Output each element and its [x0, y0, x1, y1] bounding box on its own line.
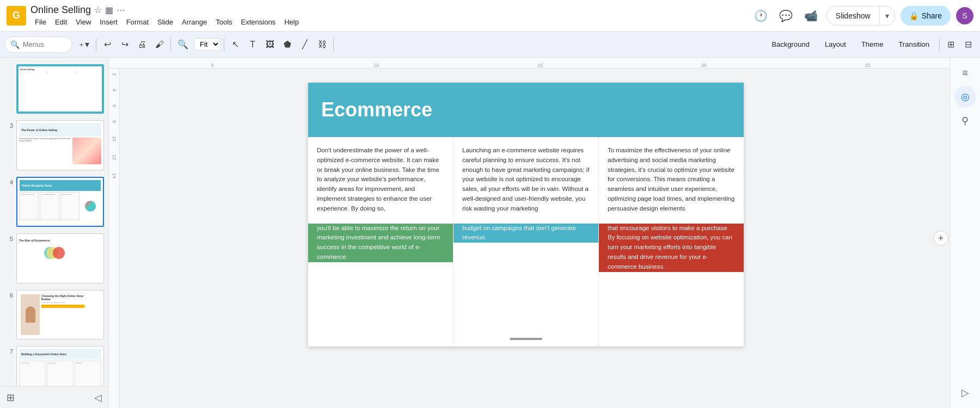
redo-button[interactable]: ↪	[117, 36, 132, 53]
separator-2	[170, 38, 171, 51]
slide-thumb-6[interactable]: 6 Choosing the Right Online Store Builde…	[0, 288, 108, 342]
share-label: Share	[922, 11, 942, 20]
slide-col-2[interactable]: Launching an e-commerce website requires…	[454, 137, 599, 347]
panel-toggle-left[interactable]: ⊞	[943, 36, 958, 53]
menu-bar: File Edit View Insert Format Slide Arran…	[30, 17, 747, 27]
slide-num-4: 4	[4, 179, 13, 186]
slide-thumbnail-6[interactable]: Choosing the Right Online Store Builder …	[16, 290, 104, 339]
avatar[interactable]: S	[956, 7, 973, 24]
toolbar: 🔍 ＋▾ ↩ ↪ 🖨 🖌 🔍 Fit ↖ T 🖼 ⬟ ╱ ⛓ Backgroun…	[0, 32, 980, 58]
slideshow-button[interactable]: Slideshow ▾	[826, 6, 895, 26]
rs-notes-button[interactable]: ≡	[954, 62, 976, 84]
slide-thumbnail-4[interactable]: Online Shopping Today Lorem ipsum dolor …	[16, 177, 104, 227]
right-sidebar: ≡ ◎ ⚲ ▷	[950, 58, 980, 408]
star-icon[interactable]: ☆	[94, 5, 102, 15]
main-area: Online Selling ● ● ● 3 The Power of Onli…	[0, 58, 980, 408]
share-button[interactable]: 🔒 Share	[901, 6, 951, 26]
slide-body: Don't underestimate the power of a well-…	[308, 137, 744, 347]
slide-thumbnail-1[interactable]: Online Selling ● ● ●	[16, 64, 104, 114]
add-slide-button[interactable]: +	[933, 231, 948, 246]
slide-thumbnail-3[interactable]: The Power of Online Selling Lorem ipsum …	[16, 120, 104, 170]
slide-panel: Online Selling ● ● ● 3 The Power of Onli…	[0, 58, 109, 408]
collapse-panel-button[interactable]: ◁	[94, 392, 102, 404]
slide-header: Ecommerce	[308, 83, 744, 137]
title-icons: ☆ ▦ ⋯	[94, 5, 125, 15]
slideshow-label: Slideshow	[827, 7, 880, 25]
zoom-out-button[interactable]: 🔍	[174, 36, 192, 53]
rs-collapse-button[interactable]: ▷	[954, 382, 976, 404]
link-tool[interactable]: ⛓	[315, 36, 330, 53]
col3-text1: To maximize the effectiveness of your on…	[608, 147, 734, 212]
line-tool[interactable]: ╱	[297, 36, 313, 53]
comment-button[interactable]: 💬	[776, 6, 796, 26]
col2-highlight: budget on campaigns that don't generate …	[454, 224, 598, 243]
meet-button[interactable]: 📹	[801, 6, 821, 26]
grid-view-button[interactable]: ⊞	[7, 392, 15, 404]
menu-format[interactable]: Format	[122, 17, 153, 27]
col2-text1: Launching an e-commerce website requires…	[462, 147, 589, 212]
title-bar: G Online Selling ☆ ▦ ⋯ File Edit View In…	[0, 0, 980, 32]
slide-thumbnail-5[interactable]: The Rise of Ecommerce	[16, 233, 104, 283]
menu-extensions[interactable]: Extensions	[237, 17, 280, 27]
image-tool[interactable]: 🖼	[262, 36, 278, 53]
separator-4	[333, 38, 334, 51]
page-indicator	[510, 338, 542, 340]
paint-format-button[interactable]: 🖌	[152, 36, 167, 53]
slide-main-title: Ecommerce	[321, 98, 432, 121]
slide-thumb-3[interactable]: 3 The Power of Online Selling Lorem ipsu…	[0, 118, 108, 172]
add-slide-button[interactable]: ＋▾	[75, 36, 93, 53]
transition-button[interactable]: Transition	[892, 36, 936, 53]
slideshow-dropdown-icon[interactable]: ▾	[880, 7, 895, 25]
menu-edit[interactable]: Edit	[51, 17, 71, 27]
slide-col-3[interactable]: To maximize the effectiveness of your on…	[599, 137, 744, 347]
menu-insert[interactable]: Insert	[95, 17, 122, 27]
search-box[interactable]: 🔍	[4, 36, 72, 53]
shapes-tool[interactable]: ⬟	[280, 36, 295, 53]
history-button[interactable]: 🕐	[751, 6, 771, 26]
title-right: 🕐 💬 📹 Slideshow ▾ 🔒 Share S	[751, 6, 973, 26]
text-box-tool[interactable]: T	[245, 36, 260, 53]
app-logo[interactable]: G	[7, 6, 26, 26]
slide-num-3: 3	[4, 122, 13, 129]
search-icon: 🔍	[10, 40, 20, 49]
slide-panel-controls: ⊞ ◁	[0, 386, 109, 408]
layout-button[interactable]: Layout	[818, 36, 853, 53]
cursor-tool[interactable]: ↖	[228, 36, 243, 53]
undo-button[interactable]: ↩	[100, 36, 115, 53]
share-icon: 🔒	[909, 11, 918, 20]
rs-search-button[interactable]: ⚲	[954, 110, 976, 132]
slide-col-1[interactable]: Don't underestimate the power of a well-…	[308, 137, 454, 347]
menu-tools[interactable]: Tools	[211, 17, 236, 27]
rs-shapes-button[interactable]: ◎	[954, 86, 976, 108]
slide-thumb-1[interactable]: Online Selling ● ● ●	[0, 62, 108, 116]
doc-title[interactable]: Online Selling	[30, 4, 91, 16]
menu-file[interactable]: File	[30, 17, 51, 27]
print-button[interactable]: 🖨	[134, 36, 150, 53]
canvas-area: 5 10 15 20 25 2 4 6 8 10 12 14	[109, 58, 950, 408]
menu-view[interactable]: View	[71, 17, 95, 27]
col1-highlight: you'll be able to maximize the return on…	[308, 224, 453, 262]
drive-icon[interactable]: ▦	[105, 5, 113, 15]
slide-num-7: 7	[4, 348, 13, 355]
separator-3	[224, 38, 224, 51]
menu-slide[interactable]: Slide	[153, 17, 177, 27]
horizontal-ruler: 5 10 15 20 25	[109, 58, 950, 69]
menu-arrange[interactable]: Arrange	[177, 17, 211, 27]
col3-highlight: that encourage visitors to make a purcha…	[599, 224, 744, 272]
separator-5	[939, 38, 940, 51]
search-input[interactable]	[23, 40, 66, 48]
zoom-select[interactable]: Fit	[194, 38, 220, 51]
ruler-marks: 5 10 15 20 25	[131, 63, 950, 68]
background-button[interactable]: Background	[765, 36, 816, 53]
col1-text1: Don't underestimate the power of a well-…	[317, 147, 439, 212]
more-icon[interactable]: ⋯	[117, 5, 125, 15]
slide-thumb-4[interactable]: 4 Online Shopping Today Lorem ipsum dolo…	[0, 175, 108, 229]
slide-canvas[interactable]: Ecommerce Don't underestimate the power …	[308, 83, 744, 347]
theme-button[interactable]: Theme	[855, 36, 890, 53]
add-slide-area: +	[932, 69, 950, 408]
menu-help[interactable]: Help	[280, 17, 303, 27]
slide-thumb-5[interactable]: 5 The Rise of Ecommerce	[0, 231, 108, 285]
slide-num-6: 6	[4, 292, 13, 299]
panel-toggle-right[interactable]: ⊟	[960, 36, 976, 53]
canvas-content: 2 4 6 8 10 12 14 Ecommerce	[109, 69, 950, 408]
